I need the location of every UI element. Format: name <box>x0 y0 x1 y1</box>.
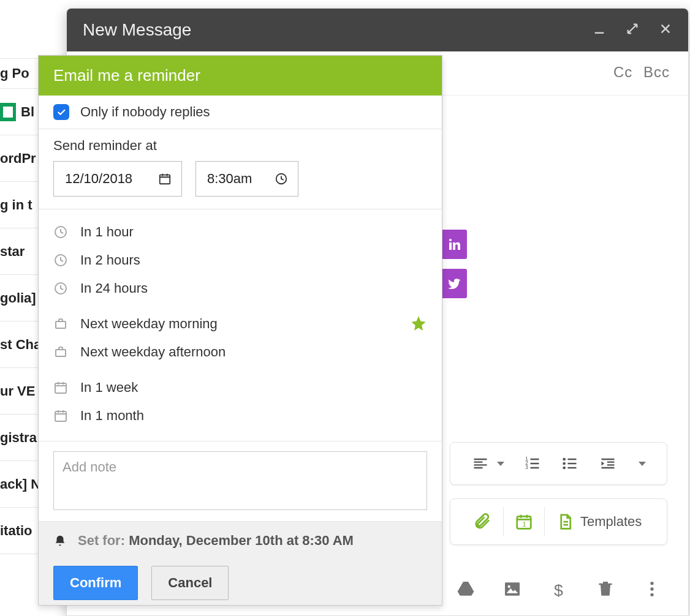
calendar-icon: 1 <box>515 513 533 531</box>
clock-icon <box>53 225 68 239</box>
popup-header: Email me a reminder <box>39 56 442 96</box>
svg-text:3: 3 <box>525 465 528 470</box>
only-if-nobody-replies-label: Only if nobody replies <box>80 104 210 120</box>
preset-next-weekday-morning[interactable]: Next weekday morning <box>53 310 427 338</box>
svg-text:$: $ <box>554 581 563 599</box>
outdent-icon <box>599 455 617 472</box>
send-reminder-at-section: Send reminder at 12/10/2018 8:30am <box>39 129 442 209</box>
attachment-toolbar: 1 Templates <box>450 498 667 545</box>
svg-point-5 <box>563 462 566 465</box>
align-left-icon <box>471 455 490 472</box>
preset-in-2-hours[interactable]: In 2 hours <box>53 246 427 274</box>
reminder-time-input[interactable]: 8:30am <box>195 161 298 197</box>
numbered-list-icon: 123 <box>523 455 542 472</box>
inbox-row: star <box>0 228 38 275</box>
drive-button[interactable] <box>456 579 476 601</box>
reminder-date-input[interactable]: 12/10/2018 <box>53 161 182 197</box>
inbox-row: ack] N <box>0 461 38 508</box>
preset-list: In 1 hour In 2 hours In 24 hours Next we… <box>39 209 442 441</box>
minimize-button[interactable] <box>593 22 606 38</box>
preset-in-1-week[interactable]: In 1 week <box>53 374 427 402</box>
more-options-button[interactable] <box>642 579 662 601</box>
note-section <box>39 441 442 521</box>
svg-rect-9 <box>505 582 520 595</box>
only-if-nobody-replies-row[interactable]: Only if nobody replies <box>39 96 442 129</box>
attach-file-button[interactable] <box>463 507 504 536</box>
discard-draft-button[interactable] <box>596 579 615 601</box>
preset-in-24-hours[interactable]: In 24 hours <box>53 274 427 302</box>
chevron-down-icon <box>497 462 504 466</box>
insert-image-button[interactable] <box>502 579 522 601</box>
formatting-toolbar: 123 <box>450 442 667 485</box>
bulleted-list-icon <box>561 455 579 472</box>
close-button[interactable] <box>659 22 672 38</box>
preset-next-weekday-afternoon[interactable]: Next weekday afternoon <box>53 338 427 366</box>
inbox-row: ur VE <box>0 368 38 415</box>
trash-icon <box>596 579 615 599</box>
preset-in-1-hour[interactable]: In 1 hour <box>53 218 427 246</box>
check-icon <box>56 107 67 118</box>
only-if-nobody-replies-checkbox[interactable] <box>53 104 69 120</box>
preset-label: In 24 hours <box>80 280 148 296</box>
calendar-icon <box>53 380 68 395</box>
svg-text:1: 1 <box>523 520 526 528</box>
inbox-row: Bl <box>0 89 38 135</box>
send-reminder-at-label: Send reminder at <box>53 138 427 154</box>
compose-tools-row: $ <box>450 572 667 609</box>
clock-icon <box>53 253 68 268</box>
inbox-row: st Cha <box>0 321 38 368</box>
inbox-row: g in t <box>0 182 38 228</box>
favorite-star-icon[interactable] <box>410 315 427 332</box>
compose-title: New Message <box>83 20 191 40</box>
more-formatting-button[interactable] <box>636 462 646 466</box>
svg-point-12 <box>650 582 653 585</box>
svg-rect-20 <box>56 321 66 328</box>
svg-rect-21 <box>56 350 66 356</box>
numbered-list-button[interactable]: 123 <box>523 455 542 472</box>
preset-label: Next weekday afternoon <box>80 344 226 360</box>
svg-point-6 <box>563 467 566 470</box>
fullscreen-button[interactable] <box>626 22 639 38</box>
svg-point-4 <box>563 458 566 461</box>
bulleted-list-button[interactable] <box>561 455 579 472</box>
preset-label: Next weekday morning <box>80 316 218 332</box>
briefcase-icon <box>53 345 68 359</box>
send-money-button[interactable]: $ <box>549 579 569 601</box>
cc-link[interactable]: Cc <box>613 64 632 80</box>
preset-in-1-month[interactable]: In 1 month <box>53 402 427 430</box>
inbox-row: itatio <box>0 508 38 554</box>
chevron-down-icon <box>639 462 646 466</box>
paperclip-icon <box>474 513 492 531</box>
confirm-button[interactable]: Confirm <box>53 566 138 600</box>
bcc-link[interactable]: Bcc <box>643 64 670 80</box>
set-for-value: Monday, December 10th at 8:30 AM <box>129 533 354 548</box>
kebab-icon <box>642 579 662 599</box>
set-for-prefix: Set for: <box>78 533 125 548</box>
popup-button-row: Confirm Cancel <box>39 560 442 605</box>
templates-button[interactable]: Templates <box>545 507 654 536</box>
linkedin-share-button[interactable] <box>441 230 467 259</box>
align-button[interactable] <box>471 455 504 472</box>
sheets-icon <box>0 103 16 121</box>
preset-label: In 1 week <box>80 380 138 396</box>
note-textarea[interactable] <box>53 451 427 510</box>
outdent-button[interactable] <box>599 455 617 472</box>
cancel-button[interactable]: Cancel <box>151 566 229 600</box>
preset-label: In 1 hour <box>80 224 134 240</box>
svg-point-14 <box>650 593 653 596</box>
preset-label: In 1 month <box>80 408 144 424</box>
calendar-icon <box>53 408 68 423</box>
svg-point-13 <box>650 587 653 590</box>
reminder-popup: Email me a reminder Only if nobody repli… <box>38 55 442 606</box>
bell-icon <box>53 534 67 547</box>
templates-label: Templates <box>580 514 642 530</box>
svg-rect-22 <box>55 383 66 393</box>
dollar-icon: $ <box>549 579 569 599</box>
svg-rect-23 <box>55 411 66 421</box>
insert-calendar-button[interactable]: 1 <box>504 507 545 536</box>
svg-rect-15 <box>160 175 170 184</box>
inbox-background: g Po Bl ordPr g in t star golia] st Cha … <box>0 58 38 554</box>
image-icon <box>502 579 522 599</box>
twitter-share-button[interactable] <box>441 269 467 298</box>
inbox-row: g Po <box>0 58 38 89</box>
